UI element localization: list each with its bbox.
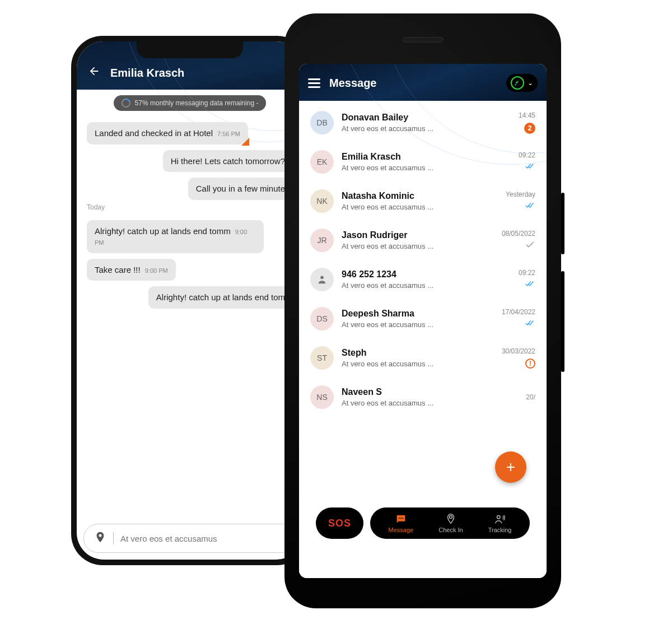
message-text: Hi there! Lets catch tomorrow? [171, 156, 285, 166]
svg-point-4 [497, 516, 500, 519]
conversation-row[interactable]: EKEmilia KraschAt vero eos et accusamus … [309, 142, 536, 181]
conversation-row[interactable]: DSDeepesh SharmaAt vero eos et accusamus… [309, 299, 536, 338]
double-check-icon [525, 202, 535, 212]
data-usage-pill: 57% monthly messaging data remaining - [114, 95, 267, 111]
conversation-name: 946 252 1234 [342, 269, 484, 280]
avatar: NK [310, 189, 334, 213]
message-text: Landed and checked in at Hotel [95, 128, 213, 138]
message-text: Alrighty! catch up at lands end tomm [95, 226, 231, 236]
phone-chat: Emilia Krasch 57% monthly messaging data… [71, 36, 309, 565]
data-usage-text: 57% monthly messaging data remaining - [135, 99, 259, 107]
message-bubble[interactable]: Take care !!!9:00 PM [87, 259, 293, 281]
double-check-icon [525, 162, 535, 173]
conversation-name: Donavan Bailey [342, 113, 484, 123]
conversation-preview: At vero eos et accusamus ... [342, 320, 484, 329]
svg-point-3 [402, 518, 403, 519]
phone-inbox: Message ⌄ DBDonavan BaileyAt vero eos et… [284, 13, 561, 608]
tracking-icon [494, 513, 506, 525]
chevron-down-icon: ⌄ [528, 79, 533, 87]
day-separator: Today [87, 200, 293, 215]
warning-icon: ! [525, 358, 535, 369]
conversation-time: 09:22 [519, 151, 535, 159]
nav-checkin[interactable]: Check In [434, 512, 467, 534]
conversation-row[interactable]: STStephAt vero eos et accusamus ...30/03… [309, 338, 536, 378]
conversation-name: Natasha Kominic [342, 191, 484, 201]
bottom-nav: SOS Message Check In Tracking [316, 507, 530, 539]
nav-message[interactable]: Message [384, 512, 418, 534]
satellite-icon [511, 76, 524, 90]
message-text: Take care !!! [95, 265, 141, 274]
conversation-time: 20/ [526, 393, 535, 401]
conversation-preview: At vero eos et accusamus ... [342, 124, 484, 133]
avatar: EK [310, 150, 334, 174]
conversation-list[interactable]: DBDonavan BaileyAt vero eos et accusamus… [299, 95, 547, 578]
inbox-header: Message ⌄ [299, 64, 547, 101]
message-icon [395, 513, 407, 525]
conversation-name: Jason Rudriger [342, 230, 484, 240]
divider [113, 532, 114, 544]
message-bubble[interactable]: Alrighty! catch up at lands end tomm9:00… [87, 220, 293, 253]
svg-point-2 [400, 518, 402, 519]
bubble-accent-icon [241, 138, 249, 146]
speaker-grill [402, 37, 444, 43]
message-bubble[interactable]: Landed and checked in at Hotel7:56 PM [87, 122, 293, 145]
conversation-preview: At vero eos et accusamus ... [342, 281, 484, 290]
chat-body: 57% monthly messaging data remaining - L… [77, 90, 303, 524]
message-text: Call you in a few minute [196, 184, 285, 193]
unread-badge: 2 [524, 123, 535, 134]
message-bubble[interactable]: Hi there! Lets catch tomorrow? [87, 150, 293, 173]
checkin-icon [445, 513, 457, 525]
conversation-time: 14:45 [519, 111, 535, 119]
nav-tracking[interactable]: Tracking [484, 512, 516, 534]
double-check-icon [525, 280, 535, 290]
conversation-time: 09:22 [519, 269, 535, 277]
message-input[interactable] [120, 534, 286, 543]
conversation-row[interactable]: DBDonavan BaileyAt vero eos et accusamus… [309, 103, 536, 142]
double-check-icon [525, 319, 535, 329]
conversation-preview: At vero eos et accusamus ... [342, 360, 484, 368]
avatar: JR [310, 229, 334, 252]
conversation-preview: At vero eos et accusamus ... [342, 242, 484, 250]
conversation-preview: At vero eos et accusamus ... [342, 203, 484, 211]
avatar: NS [310, 385, 334, 409]
message-bubble[interactable]: Alrighty! catch up at lands end tom [87, 286, 293, 309]
conversation-name: Naveen S [342, 387, 484, 397]
conversation-row[interactable]: NSNaveen SAt vero eos et accusamus ...20… [309, 378, 536, 417]
menu-icon[interactable] [308, 78, 320, 88]
plus-icon: + [506, 458, 515, 476]
progress-ring-icon [120, 97, 132, 109]
message-bubble[interactable]: Call you in a few minute [87, 178, 293, 200]
conversation-name: Emilia Krasch [342, 152, 484, 162]
conversation-preview: At vero eos et accusamus ... [342, 164, 484, 172]
conversation-row[interactable]: 946 252 1234At vero eos et accusamus ...… [309, 260, 536, 299]
conversation-row[interactable]: NKNatasha KominicAt vero eos et accusamu… [309, 181, 536, 221]
svg-point-0 [320, 276, 324, 279]
avatar: ST [310, 346, 334, 370]
check-icon [525, 241, 535, 251]
satellite-status-toggle[interactable]: ⌄ [506, 74, 538, 92]
location-pin-icon[interactable] [94, 531, 106, 546]
conversation-preview: At vero eos et accusamus ... [342, 399, 484, 407]
new-message-fab[interactable]: + [495, 451, 526, 483]
message-text: Alrighty! catch up at lands end tom [156, 292, 285, 302]
chat-title: Emilia Krasch [110, 67, 184, 80]
svg-point-1 [399, 518, 400, 519]
conversation-row[interactable]: JRJason RudrigerAt vero eos et accusamus… [309, 221, 536, 260]
person-icon [310, 268, 334, 291]
inbox-title: Message [329, 77, 377, 90]
conversation-time: 08/05/2022 [502, 230, 535, 238]
conversation-name: Steph [342, 348, 484, 358]
sos-button[interactable]: SOS [316, 507, 363, 539]
conversation-time: 17/04/2022 [502, 308, 535, 316]
avatar: DS [310, 307, 334, 330]
message-composer[interactable] [83, 524, 296, 553]
message-timestamp: 7:56 PM [217, 131, 240, 137]
back-arrow-icon[interactable] [88, 65, 100, 81]
notch [137, 41, 243, 58]
conversation-time: 30/03/2022 [502, 347, 535, 355]
conversation-time: Yesterday [506, 190, 535, 198]
avatar: DB [310, 111, 334, 134]
conversation-name: Deepesh Sharma [342, 309, 484, 319]
message-timestamp: 9:00 PM [145, 267, 168, 274]
